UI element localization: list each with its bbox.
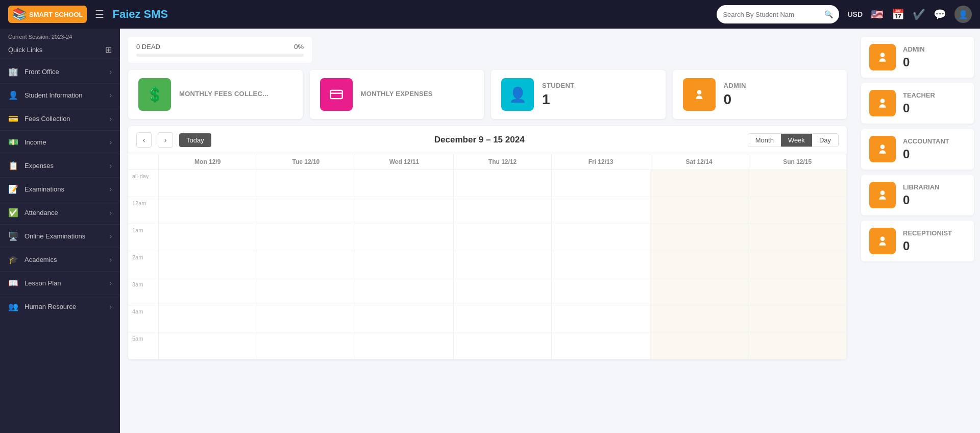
admin-role-label: ADMIN (903, 45, 925, 53)
receptionist-user-card: RECEPTIONIST 0 (861, 221, 974, 261)
sidebar-item-label: Income (24, 138, 46, 146)
cell-12am-sun[interactable] (748, 197, 847, 224)
cell-1am-sat[interactable] (650, 224, 749, 251)
calendar-day-button[interactable]: Day (812, 134, 838, 147)
allday-cell-sat[interactable] (650, 170, 749, 197)
hamburger-button[interactable]: ☰ (95, 8, 104, 20)
cell-1am-fri[interactable] (552, 224, 650, 251)
whatsapp-icon[interactable]: 💬 (934, 8, 946, 20)
sidebar-item-label: Student Information (24, 91, 82, 99)
cell-4am-mon[interactable] (159, 305, 257, 332)
search-input[interactable] (723, 11, 820, 18)
calendar-next-button[interactable]: › (158, 132, 173, 148)
allday-cell-fri[interactable] (552, 170, 650, 197)
cell-12am-thu[interactable] (454, 197, 552, 224)
cell-2am-thu[interactable] (454, 251, 552, 278)
sidebar-item-examinations[interactable]: 📝 Examinations › (0, 177, 120, 201)
sidebar-item-lesson-plan[interactable]: 📖 Lesson Plan › (0, 271, 120, 295)
cell-3am-fri[interactable] (552, 278, 650, 305)
front-office-icon: 🏢 (8, 67, 18, 77)
cell-2am-sat[interactable] (650, 251, 749, 278)
calendar-prev-button[interactable]: ‹ (136, 132, 152, 148)
cell-1am-sun[interactable] (748, 224, 847, 251)
cell-4am-sun[interactable] (748, 305, 847, 332)
chevron-icon: › (110, 92, 112, 99)
sidebar-item-academics[interactable]: 🎓 Academics › (0, 248, 120, 271)
cell-2am-wed[interactable] (355, 251, 454, 278)
cell-1am-mon[interactable] (159, 224, 257, 251)
allday-cell-wed[interactable] (355, 170, 454, 197)
calendar-month-button[interactable]: Month (748, 134, 781, 147)
allday-cell-sun[interactable] (748, 170, 847, 197)
quick-links[interactable]: Quick Links ⊞ (0, 42, 120, 60)
cell-4am-wed[interactable] (355, 305, 454, 332)
cell-3am-sun[interactable] (748, 278, 847, 305)
calendar-row-3am: 3am (128, 278, 847, 305)
cell-1am-tue[interactable] (257, 224, 356, 251)
librarian-user-count: 0 (903, 193, 940, 207)
cell-3am-mon[interactable] (159, 278, 257, 305)
cell-5am-sat[interactable] (650, 332, 749, 359)
expenses-icon: 📋 (8, 161, 18, 171)
cell-12am-tue[interactable] (257, 197, 356, 224)
cell-4am-tue[interactable] (257, 305, 356, 332)
currency-label[interactable]: USD (847, 10, 863, 18)
stats-row: 💲 MONTHLY FEES COLLEC... MONTHLY EXPENSE… (128, 70, 847, 119)
sidebar-item-attendance[interactable]: ✅ Attendance › (0, 201, 120, 224)
cell-5am-mon[interactable] (159, 332, 257, 359)
grid-icon: ⊞ (105, 45, 112, 55)
sidebar-item-front-office[interactable]: 🏢 Front Office › (0, 60, 120, 83)
calendar-today-button[interactable]: Today (179, 133, 211, 147)
sidebar-item-income[interactable]: 💵 Income › (0, 130, 120, 154)
librarian-user-card: LIBRARIAN 0 (861, 175, 974, 215)
sidebar-item-online-examinations[interactable]: 🖥️ Online Examinations › (0, 224, 120, 248)
cell-5am-sun[interactable] (748, 332, 847, 359)
sidebar-item-expenses[interactable]: 📋 Expenses › (0, 154, 120, 177)
cell-12am-mon[interactable] (159, 197, 257, 224)
cell-3am-sat[interactable] (650, 278, 749, 305)
chevron-icon: › (110, 162, 112, 170)
cell-2am-tue[interactable] (257, 251, 356, 278)
cell-4am-thu[interactable] (454, 305, 552, 332)
calendar-icon[interactable]: 📅 (892, 8, 904, 20)
cell-5am-thu[interactable] (454, 332, 552, 359)
allday-cell-thu[interactable] (454, 170, 552, 197)
search-icon: 🔍 (824, 10, 833, 18)
admin-user-count: 0 (903, 55, 925, 69)
admin-icon-box (683, 78, 716, 111)
cell-5am-fri[interactable] (552, 332, 650, 359)
calendar-week-button[interactable]: Week (781, 134, 812, 147)
cell-2am-fri[interactable] (552, 251, 650, 278)
cell-12am-fri[interactable] (552, 197, 650, 224)
sidebar-item-label: Front Office (24, 68, 59, 76)
cell-12am-sat[interactable] (650, 197, 749, 224)
accountant-user-card: ACCOUNTANT 0 (861, 129, 974, 170)
cell-4am-sat[interactable] (650, 305, 749, 332)
svg-point-4 (880, 99, 885, 103)
allday-cell-tue[interactable] (257, 170, 356, 197)
cell-1am-wed[interactable] (355, 224, 454, 251)
chevron-icon: › (110, 280, 112, 287)
student-icon-box: 👤 (501, 78, 534, 111)
day-header-fri: Fri 12/13 (552, 154, 650, 170)
cell-3am-wed[interactable] (355, 278, 454, 305)
cell-3am-tue[interactable] (257, 278, 356, 305)
cell-4am-fri[interactable] (552, 305, 650, 332)
time-column-header (128, 154, 159, 170)
cell-5am-tue[interactable] (257, 332, 356, 359)
avatar[interactable]: 👤 (954, 6, 972, 23)
checkmark-icon[interactable]: ✔️ (913, 8, 925, 20)
cell-3am-thu[interactable] (454, 278, 552, 305)
cell-2am-mon[interactable] (159, 251, 257, 278)
cell-1am-thu[interactable] (454, 224, 552, 251)
chevron-icon: › (110, 256, 112, 263)
admin-user-icon (869, 44, 896, 70)
search-box: 🔍 (717, 5, 839, 23)
sidebar-item-student-information[interactable]: 👤 Student Information › (0, 83, 120, 107)
sidebar-item-fees-collection[interactable]: 💳 Fees Collection › (0, 107, 120, 130)
sidebar-item-human-resource[interactable]: 👥 Human Resource › (0, 295, 120, 318)
cell-2am-sun[interactable] (748, 251, 847, 278)
cell-5am-wed[interactable] (355, 332, 454, 359)
cell-12am-wed[interactable] (355, 197, 454, 224)
allday-cell-mon[interactable] (159, 170, 257, 197)
